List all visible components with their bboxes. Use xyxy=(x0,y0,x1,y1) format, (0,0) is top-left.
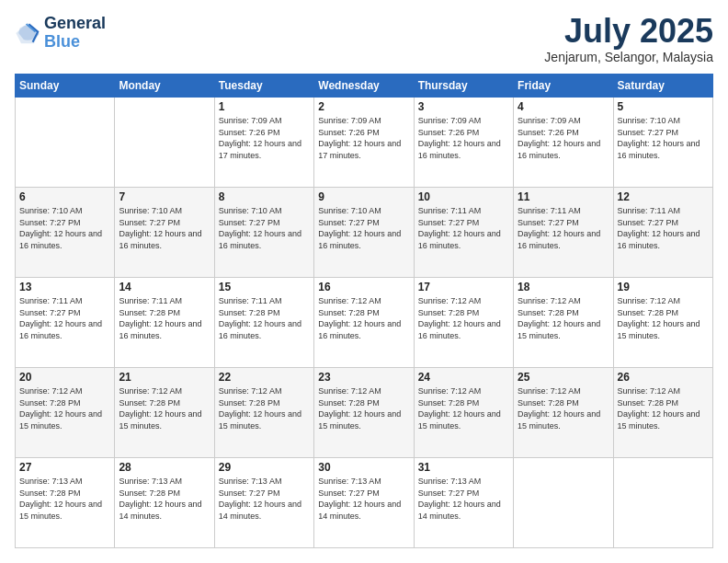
day-info-2-0: Sunrise: 7:11 AM Sunset: 7:27 PM Dayligh… xyxy=(19,295,110,341)
cell-2-5: 18Sunrise: 7:12 AM Sunset: 7:28 PM Dayli… xyxy=(514,278,613,368)
cell-1-6: 12Sunrise: 7:11 AM Sunset: 7:27 PM Dayli… xyxy=(613,188,712,278)
day-num-1-0: 6 xyxy=(19,190,110,203)
day-num-0-3: 2 xyxy=(318,100,409,113)
col-saturday: Saturday xyxy=(613,75,712,98)
week-row-4: 27Sunrise: 7:13 AM Sunset: 7:28 PM Dayli… xyxy=(16,458,713,548)
cell-3-4: 24Sunrise: 7:12 AM Sunset: 7:28 PM Dayli… xyxy=(414,368,513,458)
day-info-2-6: Sunrise: 7:12 AM Sunset: 7:28 PM Dayligh… xyxy=(618,295,709,341)
day-info-1-5: Sunrise: 7:11 AM Sunset: 7:27 PM Dayligh… xyxy=(518,205,609,251)
day-num-1-4: 10 xyxy=(418,190,509,203)
calendar-table: Sunday Monday Tuesday Wednesday Thursday… xyxy=(15,74,713,548)
cell-4-2: 29Sunrise: 7:13 AM Sunset: 7:27 PM Dayli… xyxy=(214,458,313,548)
cell-1-1: 7Sunrise: 7:10 AM Sunset: 7:27 PM Daylig… xyxy=(115,188,214,278)
cell-0-5: 4Sunrise: 7:09 AM Sunset: 7:26 PM Daylig… xyxy=(514,98,613,188)
day-num-4-1: 28 xyxy=(119,461,210,474)
week-row-2: 13Sunrise: 7:11 AM Sunset: 7:27 PM Dayli… xyxy=(16,278,713,368)
day-num-3-1: 21 xyxy=(119,371,210,384)
day-info-0-6: Sunrise: 7:10 AM Sunset: 7:27 PM Dayligh… xyxy=(618,115,709,161)
day-num-3-4: 24 xyxy=(418,371,509,384)
cell-0-6: 5Sunrise: 7:10 AM Sunset: 7:27 PM Daylig… xyxy=(613,98,712,188)
col-tuesday: Tuesday xyxy=(214,75,313,98)
cell-2-6: 19Sunrise: 7:12 AM Sunset: 7:28 PM Dayli… xyxy=(613,278,712,368)
day-info-4-1: Sunrise: 7:13 AM Sunset: 7:28 PM Dayligh… xyxy=(119,476,210,522)
day-num-1-5: 11 xyxy=(518,190,609,203)
title-section: July 2025 Jenjarum, Selangor, Malaysia xyxy=(544,15,713,64)
day-info-2-4: Sunrise: 7:12 AM Sunset: 7:28 PM Dayligh… xyxy=(418,295,509,341)
week-row-1: 6Sunrise: 7:10 AM Sunset: 7:27 PM Daylig… xyxy=(16,188,713,278)
cell-3-5: 25Sunrise: 7:12 AM Sunset: 7:28 PM Dayli… xyxy=(514,368,613,458)
cell-4-3: 30Sunrise: 7:13 AM Sunset: 7:27 PM Dayli… xyxy=(314,458,414,548)
logo-text: General Blue xyxy=(44,15,106,52)
day-info-0-5: Sunrise: 7:09 AM Sunset: 7:26 PM Dayligh… xyxy=(518,115,609,161)
day-num-0-2: 1 xyxy=(219,100,310,113)
day-num-2-2: 15 xyxy=(219,281,310,293)
cell-0-3: 2Sunrise: 7:09 AM Sunset: 7:26 PM Daylig… xyxy=(314,98,414,188)
cell-3-0: 20Sunrise: 7:12 AM Sunset: 7:28 PM Dayli… xyxy=(16,368,115,458)
cell-4-0: 27Sunrise: 7:13 AM Sunset: 7:28 PM Dayli… xyxy=(16,458,115,548)
day-num-3-5: 25 xyxy=(518,371,609,384)
cell-4-6 xyxy=(613,458,712,548)
cell-0-4: 3Sunrise: 7:09 AM Sunset: 7:26 PM Daylig… xyxy=(414,98,513,188)
day-num-3-3: 23 xyxy=(318,371,409,384)
day-info-1-4: Sunrise: 7:11 AM Sunset: 7:27 PM Dayligh… xyxy=(418,205,509,251)
page: General Blue July 2025 Jenjarum, Selango… xyxy=(0,0,728,563)
cell-0-2: 1Sunrise: 7:09 AM Sunset: 7:26 PM Daylig… xyxy=(214,98,313,188)
cell-2-2: 15Sunrise: 7:11 AM Sunset: 7:28 PM Dayli… xyxy=(214,278,313,368)
cell-1-2: 8Sunrise: 7:10 AM Sunset: 7:27 PM Daylig… xyxy=(214,188,313,278)
day-info-4-0: Sunrise: 7:13 AM Sunset: 7:28 PM Dayligh… xyxy=(19,476,110,522)
day-num-1-6: 12 xyxy=(618,190,709,203)
month-title: July 2025 xyxy=(544,15,713,48)
day-info-3-1: Sunrise: 7:12 AM Sunset: 7:28 PM Dayligh… xyxy=(119,385,210,431)
cell-3-3: 23Sunrise: 7:12 AM Sunset: 7:28 PM Dayli… xyxy=(314,368,414,458)
day-info-1-2: Sunrise: 7:10 AM Sunset: 7:27 PM Dayligh… xyxy=(219,205,310,251)
day-num-0-6: 5 xyxy=(618,100,709,113)
day-num-4-4: 31 xyxy=(418,461,509,474)
location: Jenjarum, Selangor, Malaysia xyxy=(544,50,713,64)
day-num-2-3: 16 xyxy=(318,281,409,293)
day-info-2-1: Sunrise: 7:11 AM Sunset: 7:28 PM Dayligh… xyxy=(119,295,210,341)
day-num-2-6: 19 xyxy=(618,281,709,293)
week-row-0: 1Sunrise: 7:09 AM Sunset: 7:26 PM Daylig… xyxy=(16,98,713,188)
day-info-1-6: Sunrise: 7:11 AM Sunset: 7:27 PM Dayligh… xyxy=(618,205,709,251)
cell-2-3: 16Sunrise: 7:12 AM Sunset: 7:28 PM Dayli… xyxy=(314,278,414,368)
logo-line2: Blue xyxy=(44,32,80,51)
col-sunday: Sunday xyxy=(16,75,115,98)
cell-2-0: 13Sunrise: 7:11 AM Sunset: 7:27 PM Dayli… xyxy=(16,278,115,368)
day-info-0-2: Sunrise: 7:09 AM Sunset: 7:26 PM Dayligh… xyxy=(219,115,310,161)
cell-4-4: 31Sunrise: 7:13 AM Sunset: 7:27 PM Dayli… xyxy=(414,458,513,548)
day-num-2-1: 14 xyxy=(119,281,210,293)
cell-2-1: 14Sunrise: 7:11 AM Sunset: 7:28 PM Dayli… xyxy=(115,278,214,368)
cell-0-1 xyxy=(115,98,214,188)
cell-3-1: 21Sunrise: 7:12 AM Sunset: 7:28 PM Dayli… xyxy=(115,368,214,458)
day-info-2-2: Sunrise: 7:11 AM Sunset: 7:28 PM Dayligh… xyxy=(219,295,310,341)
cell-0-0 xyxy=(16,98,115,188)
day-num-2-4: 17 xyxy=(418,281,509,293)
day-num-1-3: 9 xyxy=(318,190,409,203)
day-info-1-1: Sunrise: 7:10 AM Sunset: 7:27 PM Dayligh… xyxy=(119,205,210,251)
col-friday: Friday xyxy=(514,75,613,98)
day-info-2-3: Sunrise: 7:12 AM Sunset: 7:28 PM Dayligh… xyxy=(318,295,409,341)
day-num-1-1: 7 xyxy=(119,190,210,203)
day-info-4-3: Sunrise: 7:13 AM Sunset: 7:27 PM Dayligh… xyxy=(318,476,409,522)
cell-2-4: 17Sunrise: 7:12 AM Sunset: 7:28 PM Dayli… xyxy=(414,278,513,368)
day-num-0-5: 4 xyxy=(518,100,609,113)
day-info-3-3: Sunrise: 7:12 AM Sunset: 7:28 PM Dayligh… xyxy=(318,385,409,431)
day-num-1-2: 8 xyxy=(219,190,310,203)
day-info-4-4: Sunrise: 7:13 AM Sunset: 7:27 PM Dayligh… xyxy=(418,476,509,522)
day-num-0-4: 3 xyxy=(418,100,509,113)
day-num-4-2: 29 xyxy=(219,461,310,474)
day-info-2-5: Sunrise: 7:12 AM Sunset: 7:28 PM Dayligh… xyxy=(518,295,609,341)
cell-1-4: 10Sunrise: 7:11 AM Sunset: 7:27 PM Dayli… xyxy=(414,188,513,278)
day-info-1-0: Sunrise: 7:10 AM Sunset: 7:27 PM Dayligh… xyxy=(19,205,110,251)
cell-1-3: 9Sunrise: 7:10 AM Sunset: 7:27 PM Daylig… xyxy=(314,188,414,278)
day-num-2-0: 13 xyxy=(19,281,110,293)
week-row-3: 20Sunrise: 7:12 AM Sunset: 7:28 PM Dayli… xyxy=(16,368,713,458)
cell-3-2: 22Sunrise: 7:12 AM Sunset: 7:28 PM Dayli… xyxy=(214,368,313,458)
day-info-0-4: Sunrise: 7:09 AM Sunset: 7:26 PM Dayligh… xyxy=(418,115,509,161)
day-num-2-5: 18 xyxy=(518,281,609,293)
day-info-3-0: Sunrise: 7:12 AM Sunset: 7:28 PM Dayligh… xyxy=(19,385,110,431)
day-num-3-0: 20 xyxy=(19,371,110,384)
calendar-header-row: Sunday Monday Tuesday Wednesday Thursday… xyxy=(16,75,713,98)
day-info-0-3: Sunrise: 7:09 AM Sunset: 7:26 PM Dayligh… xyxy=(318,115,409,161)
cell-4-1: 28Sunrise: 7:13 AM Sunset: 7:28 PM Dayli… xyxy=(115,458,214,548)
